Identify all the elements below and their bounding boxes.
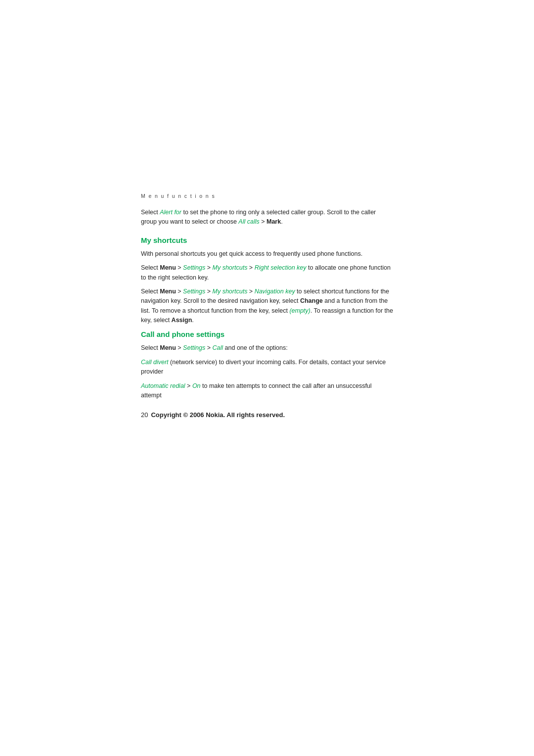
call-divert-text: (network service) to divert your incomin… xyxy=(141,359,386,375)
para3-mid3: > xyxy=(247,288,254,295)
para3-navkey: Navigation key xyxy=(255,288,295,295)
cps-suffix: and one of the options: xyxy=(223,344,288,351)
para2-settings: Settings xyxy=(183,264,205,271)
page-number: 20 xyxy=(141,411,148,419)
para3-end: . xyxy=(192,317,193,324)
intro-text-end: . xyxy=(281,218,282,225)
para2-menu: Menu xyxy=(160,264,176,271)
call-phone-settings-heading: Call and phone settings xyxy=(141,330,393,338)
para3-settings: Settings xyxy=(183,288,205,295)
my-shortcuts-para2: Select Menu > Settings > My shortcuts > … xyxy=(141,263,393,283)
content-area: M e n u f u n c t i o n s Select Alert f… xyxy=(141,193,393,419)
auto-redial-mid: > xyxy=(185,382,192,389)
para3-empty: (empty) xyxy=(289,307,310,314)
para3-menu: Menu xyxy=(160,288,176,295)
footer: 20 Copyright © 2006 Nokia. All rights re… xyxy=(141,411,393,419)
intro-paragraph: Select Alert for to set the phone to rin… xyxy=(141,208,393,227)
para2-mid2: > xyxy=(205,264,212,271)
page: M e n u f u n c t i o n s Select Alert f… xyxy=(0,0,534,756)
intro-text-1: Select xyxy=(141,209,160,216)
para2-rightkey: Right selection key xyxy=(255,264,307,271)
para2-prefix: Select xyxy=(141,264,160,271)
alert-for-link: Alert for xyxy=(160,209,181,216)
cps-call: Call xyxy=(213,344,223,351)
call-settings-para3: Automatic redial > On to make ten attemp… xyxy=(141,381,393,401)
para3-assign: Assign xyxy=(172,317,192,324)
auto-redial-link: Automatic redial xyxy=(141,382,185,389)
cps-settings: Settings xyxy=(183,344,205,351)
para2-myshortcuts: My shortcuts xyxy=(213,264,248,271)
para3-mid2: > xyxy=(205,288,212,295)
all-calls-link: All calls xyxy=(238,218,259,225)
call-settings-para1: Select Menu > Settings > Call and one of… xyxy=(141,343,393,353)
para3-myshortcuts: My shortcuts xyxy=(213,288,248,295)
cps-prefix: Select xyxy=(141,344,160,351)
cps-mid1: > xyxy=(176,344,183,351)
call-divert-link: Call divert xyxy=(141,359,169,366)
cps-menu: Menu xyxy=(160,344,176,351)
call-phone-settings-body: Select Menu > Settings > Call and one of… xyxy=(141,343,393,400)
call-settings-para2: Call divert (network service) to divert … xyxy=(141,358,393,377)
para2-mid3: > xyxy=(247,264,254,271)
para3-prefix: Select xyxy=(141,288,160,295)
intro-text-3: > xyxy=(260,218,267,225)
my-shortcuts-para1: With personal shortcuts you get quick ac… xyxy=(141,249,393,259)
para3-change: Change xyxy=(300,297,323,304)
copyright-text: Copyright © 2006 Nokia. All rights reser… xyxy=(151,411,285,419)
my-shortcuts-heading: My shortcuts xyxy=(141,236,393,244)
mark-text: Mark xyxy=(267,218,281,225)
para3-mid1: > xyxy=(176,288,183,295)
menu-functions-label: M e n u f u n c t i o n s xyxy=(141,193,393,199)
auto-redial-on: On xyxy=(192,382,201,389)
my-shortcuts-para3: Select Menu > Settings > My shortcuts > … xyxy=(141,287,393,326)
para2-mid1: > xyxy=(176,264,183,271)
cps-mid2: > xyxy=(205,344,212,351)
my-shortcuts-body: With personal shortcuts you get quick ac… xyxy=(141,249,393,326)
